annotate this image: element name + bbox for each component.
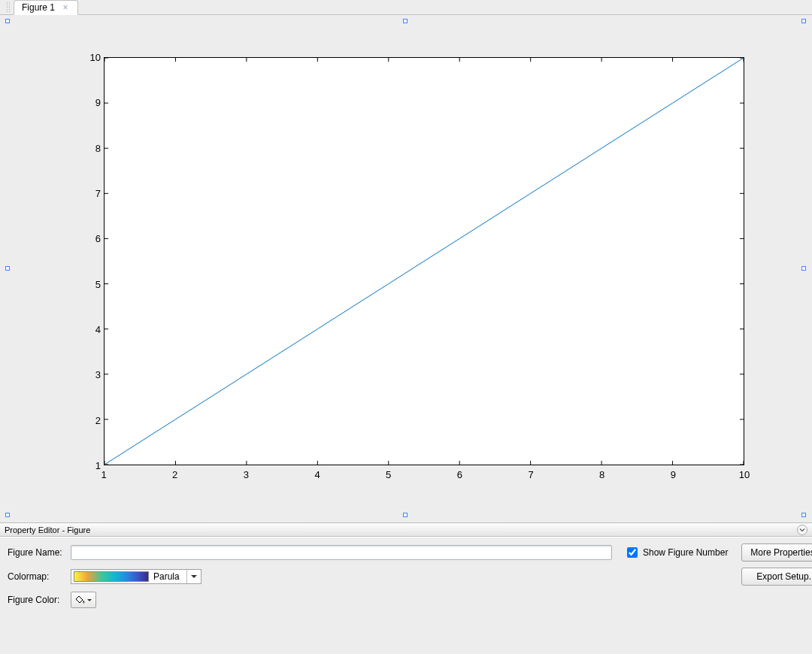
paint-bucket-icon <box>75 595 86 605</box>
export-setup-button[interactable]: Export Setup... <box>741 568 812 586</box>
x-tick-label: 10 <box>739 469 750 480</box>
y-tick-label: 6 <box>95 233 101 244</box>
line-plot <box>105 58 744 465</box>
selection-handle-icon[interactable] <box>403 513 408 517</box>
selection-handle-icon[interactable] <box>5 266 10 271</box>
show-figure-number-checkbox-input[interactable] <box>627 547 638 558</box>
figure-tabstrip: Figure 1 × <box>0 0 812 15</box>
y-tick-label: 10 <box>90 52 101 63</box>
y-tick-label: 1 <box>95 460 101 471</box>
y-axis-tick-labels: 12345678910 <box>78 57 101 465</box>
x-tick-label: 1 <box>101 469 106 480</box>
selection-handle-icon[interactable] <box>801 19 806 23</box>
tab-figure-1[interactable]: Figure 1 × <box>14 0 78 15</box>
y-tick-label: 2 <box>95 414 101 425</box>
figure-color-picker[interactable] <box>71 592 96 608</box>
y-tick-label: 9 <box>95 97 101 108</box>
figure-color-label: Figure Color: <box>8 595 66 605</box>
x-tick-label: 3 <box>244 469 249 480</box>
colormap-value: Parula <box>153 571 180 582</box>
colormap-label: Colormap: <box>8 571 66 582</box>
axes[interactable] <box>104 57 744 465</box>
selection-handle-icon[interactable] <box>801 513 806 517</box>
figure-canvas-panel[interactable]: 12345678910 12345678910 <box>0 15 812 523</box>
show-figure-number-checkbox[interactable]: Show Figure Number <box>624 545 737 560</box>
colormap-swatch-icon <box>74 571 149 582</box>
y-tick-label: 8 <box>95 142 101 153</box>
property-editor-body: Figure Name: Show Figure Number More Pro… <box>0 537 812 654</box>
chevron-down-icon[interactable] <box>797 525 807 535</box>
y-tick-label: 5 <box>95 278 101 289</box>
property-editor-title: Property Editor - Figure <box>5 525 90 534</box>
show-figure-number-label: Show Figure Number <box>643 547 728 558</box>
drag-handle-icon[interactable] <box>6 2 11 14</box>
x-tick-label: 6 <box>457 469 462 480</box>
property-editor-header: Property Editor - Figure <box>0 523 812 537</box>
x-tick-label: 4 <box>314 469 320 480</box>
x-axis-tick-labels: 12345678910 <box>104 469 744 484</box>
x-tick-label: 2 <box>172 469 177 480</box>
close-icon[interactable]: × <box>61 3 70 12</box>
chevron-down-icon[interactable] <box>186 570 200 583</box>
x-tick-label: 8 <box>599 469 604 480</box>
more-properties-button[interactable]: More Properties... <box>741 543 812 562</box>
y-tick-label: 7 <box>95 188 101 199</box>
y-tick-label: 3 <box>95 369 101 380</box>
figure-name-input[interactable] <box>71 545 612 560</box>
selection-handle-icon[interactable] <box>403 19 408 23</box>
y-tick-label: 4 <box>95 324 101 335</box>
figure-name-label: Figure Name: <box>8 547 66 558</box>
colormap-dropdown[interactable]: Parula <box>71 569 201 584</box>
selection-handle-icon[interactable] <box>801 266 806 271</box>
chevron-down-icon <box>87 599 92 601</box>
x-tick-label: 7 <box>528 469 533 480</box>
x-tick-label: 9 <box>671 469 676 480</box>
x-tick-label: 5 <box>386 469 391 480</box>
selection-handle-icon[interactable] <box>5 19 10 23</box>
property-editor-panel: Property Editor - Figure Figure Name: Sh… <box>0 523 812 654</box>
tab-label: Figure 1 <box>22 2 55 13</box>
selection-handle-icon[interactable] <box>5 513 10 517</box>
